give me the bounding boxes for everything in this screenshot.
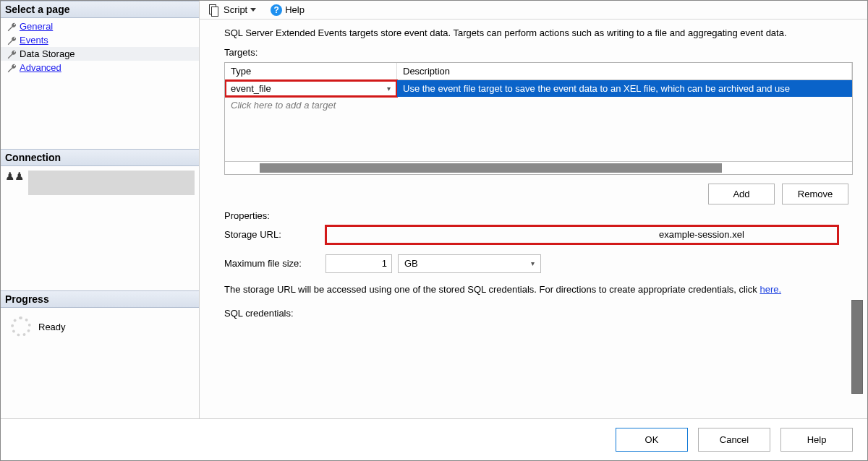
horizontal-scrollbar[interactable] xyxy=(225,161,852,174)
dialog-button-bar: OK Cancel Help xyxy=(1,418,867,460)
storage-note: The storage URL will be accessed using o… xyxy=(224,283,853,296)
toolbar: Script ? Help xyxy=(200,1,867,20)
connection-value xyxy=(28,171,195,195)
connection-icon: ♟♟ xyxy=(5,171,24,181)
chevron-down-icon xyxy=(250,8,256,12)
script-button[interactable]: Script xyxy=(204,2,261,18)
wrench-icon xyxy=(7,63,17,73)
storage-note-text: The storage URL will be accessed using o… xyxy=(224,284,760,295)
page-item-data-storage[interactable]: Data Storage xyxy=(1,47,199,61)
main-pane: Script ? Help SQL Server Extended Events… xyxy=(200,1,867,418)
type-cell[interactable]: event_file ▾ xyxy=(225,80,397,97)
page-item-label: Advanced xyxy=(20,62,61,73)
cancel-button[interactable]: Cancel xyxy=(698,428,770,452)
type-value: event_file xyxy=(231,83,271,94)
progress-body: Ready xyxy=(1,308,199,351)
ok-button[interactable]: OK xyxy=(616,428,688,452)
script-label: Script xyxy=(224,4,247,15)
description-cell: Use the event file target to save the ev… xyxy=(397,80,852,97)
page-item-label: General xyxy=(20,21,53,32)
chevron-down-icon: ▾ xyxy=(531,259,535,267)
grid-header: Type Description xyxy=(225,63,852,80)
max-file-size-input[interactable] xyxy=(326,254,392,273)
storage-url-value: example-session.xel xyxy=(659,229,744,240)
help-icon: ? xyxy=(271,4,282,16)
connection-header: Connection xyxy=(1,149,199,166)
page-item-general[interactable]: General xyxy=(1,20,199,33)
page-item-events[interactable]: Events xyxy=(1,33,199,47)
help-button[interactable]: ? Help xyxy=(265,2,310,18)
chevron-down-icon: ▾ xyxy=(387,85,391,92)
select-page-header: Select a page xyxy=(1,1,199,18)
help-label: Help xyxy=(285,4,305,15)
storage-url-input[interactable]: example-session.xel xyxy=(326,225,838,244)
remove-button[interactable]: Remove xyxy=(782,184,848,204)
max-file-size-unit-select[interactable]: GB ▾ xyxy=(398,254,541,273)
col-header-description[interactable]: Description xyxy=(397,63,852,79)
wrench-icon xyxy=(7,22,17,32)
help-button-bottom[interactable]: Help xyxy=(780,428,853,452)
page-item-label: Events xyxy=(20,35,48,46)
connection-body: ♟♟ xyxy=(1,166,199,224)
progress-header: Progress xyxy=(1,290,199,308)
page-list: General Events Data Storage xyxy=(1,18,199,82)
max-file-size-label: Maximum file size: xyxy=(224,258,326,269)
vertical-scrollbar[interactable] xyxy=(851,300,863,394)
left-pane: Select a page General Events xyxy=(1,1,200,418)
progress-status: Ready xyxy=(38,322,66,332)
script-icon xyxy=(209,4,221,16)
targets-grid: Type Description event_file ▾ Use the ev… xyxy=(224,62,853,175)
add-button[interactable]: Add xyxy=(708,184,775,204)
table-row[interactable]: event_file ▾ Use the event file target t… xyxy=(225,80,852,97)
wrench-icon xyxy=(7,35,17,46)
wrench-icon xyxy=(7,49,17,59)
page-description: SQL Server Extended Events targets store… xyxy=(224,27,853,40)
storage-url-label: Storage URL: xyxy=(224,229,326,240)
properties-header: Properties: xyxy=(224,210,853,221)
storage-note-link[interactable]: here. xyxy=(760,284,781,295)
targets-label: Targets: xyxy=(224,47,853,58)
spinner-icon xyxy=(11,316,31,337)
unit-value: GB xyxy=(404,258,418,269)
add-target-hint[interactable]: Click here to add a target xyxy=(225,97,852,113)
page-item-label: Data Storage xyxy=(20,48,75,59)
page-item-advanced[interactable]: Advanced xyxy=(1,61,199,74)
col-header-type[interactable]: Type xyxy=(225,63,397,79)
sql-credentials-label: SQL credentials: xyxy=(224,308,853,319)
